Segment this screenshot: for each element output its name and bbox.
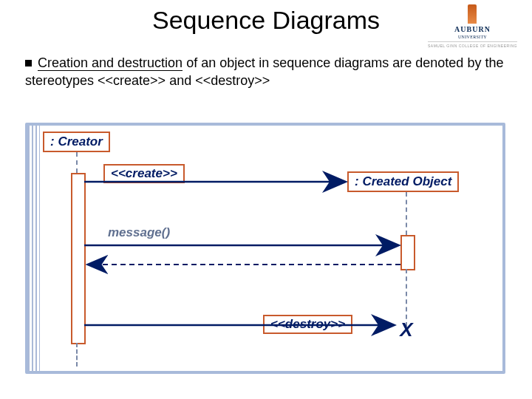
bullet-text: Creation and destruction of an object in…: [25, 54, 507, 90]
creator-lifeline-dash-2: [76, 343, 78, 366]
bullet-emph: Creation and destruction: [38, 55, 183, 71]
tower-icon: [468, 4, 477, 24]
created-lifeline-dash: [406, 192, 407, 235]
created-object-box: : Created Object: [347, 171, 459, 192]
creator-lifeline-dash: [76, 152, 78, 173]
auburn-logo: AUBURN UNIVERSITY SAMUEL GINN COLLEGE OF…: [428, 4, 517, 48]
logo-subtitle: UNIVERSITY: [428, 35, 517, 39]
arrows-layer: [28, 126, 508, 377]
creator-object-box: : Creator: [43, 132, 110, 152]
created-activation: [400, 235, 415, 270]
message-call-label: message(): [108, 225, 170, 240]
create-message-box: <<create>>: [103, 164, 185, 183]
creator-activation: [71, 173, 86, 344]
sequence-diagram: : Creator <<create>> : Created Object X …: [25, 123, 505, 374]
bullet-icon: [25, 60, 32, 66]
destroy-x-icon: X: [400, 318, 412, 341]
diagram-spine: [28, 126, 40, 371]
logo-university: AUBURN: [428, 25, 517, 33]
logo-college: SAMUEL GINN COLLEGE OF ENGINEERING: [428, 41, 517, 48]
destroy-message-box: <<destroy>>: [263, 315, 352, 334]
